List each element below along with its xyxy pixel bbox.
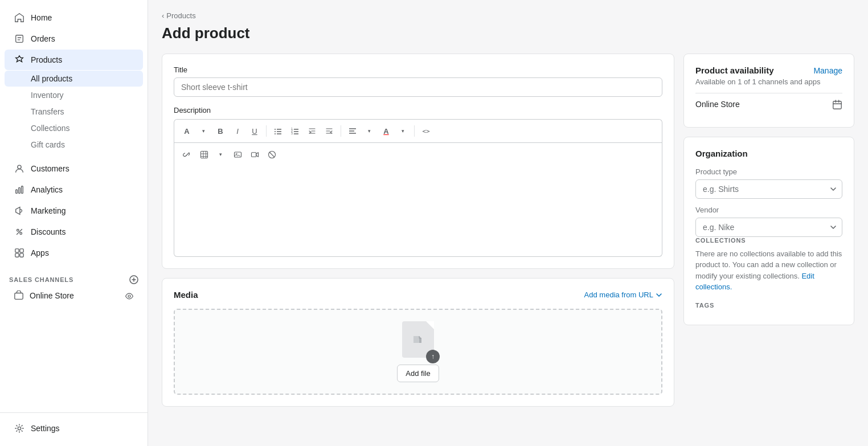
marketing-icon [14, 205, 25, 216]
description-label: Description [174, 106, 662, 114]
sidebar-item-collections[interactable]: Collections [5, 120, 143, 136]
tags-section-title: TAGS [695, 302, 842, 309]
customers-icon [14, 163, 25, 174]
sidebar-item-products[interactable]: Products [5, 50, 143, 70]
svg-point-1 [18, 165, 21, 169]
toolbar-table-arrow-button[interactable]: ▾ [212, 146, 228, 162]
toolbar-separator-2 [341, 125, 341, 137]
sidebar-item-all-products[interactable]: All products [5, 71, 143, 87]
svg-point-15 [275, 129, 276, 130]
toolbar-align-arrow-button[interactable]: ▾ [361, 123, 377, 139]
svg-point-14 [18, 427, 21, 429]
title-input[interactable] [174, 77, 662, 97]
orders-icon [14, 33, 25, 44]
svg-rect-8 [20, 249, 23, 252]
toolbar-code-button[interactable]: <> [418, 123, 434, 139]
vendor-select[interactable]: e.g. Nike [695, 218, 842, 237]
calendar-icon[interactable] [832, 99, 842, 110]
svg-rect-7 [15, 249, 19, 252]
add-media-url-button[interactable]: Add media from URL [584, 290, 662, 299]
toolbar-link-button[interactable] [179, 146, 195, 162]
media-card: Media Add media from URL ↑ Add file [162, 278, 674, 407]
svg-rect-9 [15, 253, 19, 257]
sidebar: Home Orders Products All products Invent… [0, 0, 148, 446]
toolbar-text-color-arrow-button[interactable]: ▾ [395, 123, 411, 139]
sidebar-item-home[interactable]: Home [5, 7, 143, 28]
toolbar-font-button[interactable]: A [179, 123, 195, 139]
organization-title: Organization [695, 149, 842, 158]
sidebar-item-analytics[interactable]: Analytics [5, 179, 143, 200]
sidebar-item-apps[interactable]: Apps [5, 243, 143, 263]
breadcrumb-chevron: ‹ [162, 11, 164, 20]
title-label: Title [174, 66, 662, 74]
manage-link[interactable]: Manage [813, 66, 842, 75]
add-file-button[interactable]: Add file [397, 365, 439, 382]
svg-point-19 [275, 133, 276, 134]
add-sales-channel-button[interactable] [129, 275, 138, 284]
products-icon [14, 54, 25, 66]
availability-title: Product availability [695, 66, 774, 75]
vendor-label: Vendor [695, 206, 842, 214]
sidebar-item-online-store[interactable]: Online Store [5, 287, 143, 304]
toolbar-ul-button[interactable] [270, 123, 286, 139]
svg-rect-0 [16, 35, 23, 43]
toolbar-underline-button[interactable]: U [247, 123, 263, 139]
svg-rect-30 [200, 151, 207, 158]
svg-point-5 [17, 230, 19, 232]
editor-toolbar-row2: ▾ [174, 142, 662, 166]
toolbar-block-button[interactable] [264, 146, 280, 162]
svg-rect-4 [22, 186, 23, 194]
sidebar-item-inventory[interactable]: Inventory [5, 87, 143, 103]
toolbar-video-button[interactable] [247, 146, 263, 162]
upload-drop-zone[interactable]: ↑ Add file [174, 309, 662, 395]
svg-text:3.: 3. [291, 132, 293, 135]
breadcrumb[interactable]: ‹ Products [162, 11, 854, 20]
svg-point-6 [20, 232, 22, 235]
sidebar-item-marketing[interactable]: Marketing [5, 201, 143, 221]
availability-header: Product availability Manage [695, 66, 842, 75]
toolbar-italic-button[interactable]: I [230, 123, 245, 139]
toolbar-font-arrow-button[interactable]: ▾ [195, 123, 211, 139]
organization-card: Organization Product type e.g. Shirts Ve… [683, 137, 854, 325]
availability-subtitle: Available on 1 of 1 channels and apps [695, 77, 842, 86]
home-icon [14, 12, 25, 23]
online-store-eye-icon[interactable] [125, 291, 134, 301]
product-details-card: Title Description A ▾ B I U [162, 54, 674, 269]
description-editor[interactable] [174, 166, 662, 257]
sidebar-item-orders[interactable]: Orders [5, 28, 143, 49]
toolbar-align-button[interactable] [345, 123, 361, 139]
toolbar-indent-increase-button[interactable] [321, 123, 337, 139]
svg-rect-40 [833, 101, 841, 109]
toolbar-separator-3 [414, 125, 415, 137]
toolbar-ol-button[interactable]: 1.2.3. [287, 123, 303, 139]
online-store-icon [14, 290, 24, 301]
svg-rect-2 [16, 190, 18, 193]
collections-section-title: COLLECTIONS [695, 237, 842, 244]
product-type-select[interactable]: e.g. Shirts [695, 179, 842, 199]
main-content: ‹ Products Add product Title Description… [148, 0, 868, 446]
toolbar-indent-decrease-button[interactable] [304, 123, 320, 139]
media-header: Media Add media from URL [174, 290, 662, 300]
svg-rect-3 [19, 187, 21, 193]
toolbar-bold-button[interactable]: B [212, 123, 228, 139]
page-title: Add product [162, 24, 854, 42]
toolbar-text-color-button[interactable]: A [378, 123, 394, 139]
collections-description: There are no collections available to ad… [695, 248, 842, 293]
toolbar-separator-1 [266, 125, 267, 137]
apps-icon [14, 247, 25, 259]
svg-rect-10 [20, 253, 23, 257]
sidebar-item-customers[interactable]: Customers [5, 158, 143, 179]
analytics-icon [14, 184, 25, 195]
toolbar-image-button[interactable] [230, 146, 245, 162]
availability-card: Product availability Manage Available on… [683, 54, 854, 128]
sidebar-item-discounts[interactable]: Discounts [5, 222, 143, 242]
svg-point-13 [128, 295, 130, 297]
toolbar-table-button[interactable] [196, 146, 212, 162]
sidebar-item-gift-cards[interactable]: Gift cards [5, 137, 143, 153]
sidebar-item-settings[interactable]: Settings [5, 418, 143, 439]
svg-rect-37 [251, 152, 256, 157]
upload-arrow-icon: ↑ [426, 350, 440, 363]
channel-name: Online Store [695, 100, 740, 109]
channel-row: Online Store [695, 93, 842, 116]
sidebar-item-transfers[interactable]: Transfers [5, 104, 143, 120]
